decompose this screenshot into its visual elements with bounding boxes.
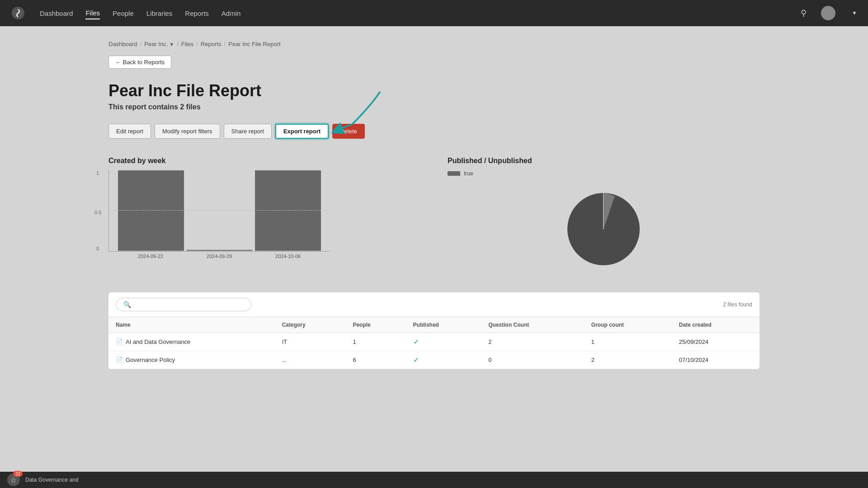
cell-date-created: 25/09/2024 [672, 333, 760, 351]
cell-category: IT [275, 333, 346, 351]
breadcrumb-dashboard[interactable]: Dashboard [108, 41, 137, 47]
export-report-button[interactable]: Export report [275, 124, 329, 139]
cell-question-count: 2 [481, 333, 584, 351]
nav-admin[interactable]: Admin [222, 8, 241, 19]
cell-people: 1 [345, 333, 406, 351]
search-icon[interactable]: ⚲ [801, 8, 807, 18]
published-check-icon: ✓ [413, 356, 419, 364]
table-row[interactable]: 📄 AI and Data Governance IT 1 ✓ 2 1 25/0… [108, 333, 760, 351]
cell-name: 📄 Governance Policy [108, 351, 275, 369]
table-row[interactable]: 📄 Governance Policy ... 6 ✓ 0 2 07/10/20… [108, 351, 760, 369]
main-content: Dashboard / Pear Inc. ▼ / Files / Report… [0, 26, 868, 396]
y-label-0: 0 [96, 246, 99, 251]
file-icon: 📄 [116, 357, 123, 363]
pie-container [448, 184, 760, 274]
legend-label: true [464, 170, 473, 177]
col-people: People [345, 317, 406, 333]
chevron-down-icon: ▼ [169, 42, 174, 47]
bar-chart-x-labels: 2024-09-22 2024-09-29 2024-10-06 [108, 252, 330, 259]
breadcrumb-sep-2: / [177, 41, 179, 47]
table-header-row: Name Category People Published Question … [108, 317, 760, 333]
logo-icon [11, 6, 25, 20]
breadcrumb-org[interactable]: Pear Inc. ▼ [144, 41, 174, 47]
nav-people[interactable]: People [113, 8, 134, 19]
pie-chart-section: Published / Unpublished true [448, 157, 760, 274]
nav-files[interactable]: Files [85, 7, 100, 19]
file-name-text: AI and Data Governance [126, 338, 190, 345]
action-buttons-row: Edit report Modify report filters Share … [108, 124, 760, 139]
nav-links: Dashboard Files People Libraries Reports… [40, 7, 786, 19]
cell-people: 6 [345, 351, 406, 369]
bar-3 [255, 170, 321, 251]
top-navigation: Dashboard Files People Libraries Reports… [0, 0, 868, 26]
legend-color [448, 171, 460, 176]
col-published: Published [406, 317, 481, 333]
breadcrumb: Dashboard / Pear Inc. ▼ / Files / Report… [108, 41, 760, 47]
nav-reports[interactable]: Reports [185, 8, 209, 19]
table-search-bar: 🔍 2 files found [108, 292, 760, 317]
bar-chart-title: Created by week [108, 157, 420, 165]
edit-report-button[interactable]: Edit report [108, 124, 151, 139]
file-icon: 📄 [116, 338, 123, 345]
cell-question-count: 0 [481, 351, 584, 369]
page-subtitle: This report contains 2 files [108, 103, 760, 111]
x-label-3: 2024-10-06 [255, 253, 321, 259]
nav-libraries[interactable]: Libraries [146, 8, 173, 19]
share-report-button[interactable]: Share report [224, 124, 272, 139]
pie-chart-title: Published / Unpublished [448, 157, 760, 165]
breadcrumb-org-name[interactable]: Pear Inc. [144, 41, 168, 47]
charts-row: Created by week 1 0.5 0 [108, 157, 760, 274]
search-input-wrap[interactable]: 🔍 [116, 298, 251, 311]
y-label-1: 1 [96, 170, 99, 176]
breadcrumb-files[interactable]: Files [181, 41, 193, 47]
files-found-label: 2 files found [723, 301, 752, 308]
nav-dashboard[interactable]: Dashboard [40, 8, 73, 19]
modify-report-filters-button[interactable]: Modify report filters [155, 124, 220, 139]
col-question-count: Question Count [481, 317, 584, 333]
cell-published: ✓ [406, 351, 481, 369]
gridline-05 [109, 210, 330, 211]
back-to-reports-button[interactable]: ← Back to Reports [108, 56, 171, 69]
page-title: Pear Inc File Report [108, 81, 760, 100]
pie-chart-svg [558, 184, 649, 274]
col-name: Name [108, 317, 275, 333]
cell-group-count: 1 [584, 333, 672, 351]
search-input[interactable] [135, 301, 244, 308]
bar-chart-section: Created by week 1 0.5 0 [108, 157, 420, 274]
search-icon: 🔍 [123, 301, 131, 308]
y-label-05: 0.5 [94, 210, 101, 215]
bar-1 [118, 170, 184, 251]
cell-date-created: 07/10/2024 [672, 351, 760, 369]
file-name-text: Governance Policy [126, 357, 175, 363]
pie-legend: true [448, 170, 760, 177]
app-logo[interactable] [11, 6, 25, 20]
data-table: Name Category People Published Question … [108, 317, 760, 369]
cell-name: 📄 AI and Data Governance [108, 333, 275, 351]
x-label-1: 2024-09-22 [118, 253, 184, 259]
bar-2 [187, 250, 253, 251]
delete-button[interactable]: Delete [332, 124, 365, 139]
breadcrumb-current: Pear Inc File Report [228, 41, 281, 47]
cell-group-count: 2 [584, 351, 672, 369]
col-group-count: Group count [584, 317, 672, 333]
breadcrumb-sep-4: / [224, 41, 226, 47]
chevron-down-icon[interactable]: ▼ [852, 10, 857, 16]
x-label-2: 2024-09-29 [186, 253, 252, 259]
table-section: 🔍 2 files found Name Category People Pub… [108, 292, 760, 369]
cell-published: ✓ [406, 333, 481, 351]
col-category: Category [275, 317, 346, 333]
breadcrumb-reports[interactable]: Reports [201, 41, 222, 47]
breadcrumb-sep-1: / [140, 41, 142, 47]
published-check-icon: ✓ [413, 338, 419, 346]
breadcrumb-sep-3: / [196, 41, 198, 47]
col-date-created: Date created [672, 317, 760, 333]
cell-category: ... [275, 351, 346, 369]
avatar[interactable] [821, 6, 835, 20]
